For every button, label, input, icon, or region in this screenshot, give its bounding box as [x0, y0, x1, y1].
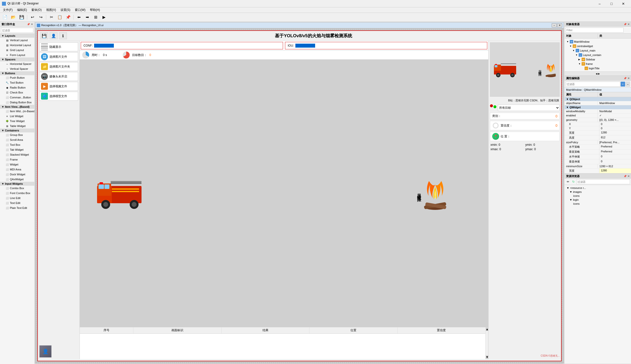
align-right[interactable]: ➡ [83, 14, 91, 21]
res-images-icons[interactable]: icons [571, 194, 630, 198]
table-scrollbar[interactable]: ▲ ▼ [485, 327, 488, 359]
scroll-down-btn[interactable]: ▼ [486, 355, 488, 359]
widget-tool-box[interactable]: ⬜ Tool Box [0, 142, 34, 147]
category-item-views[interactable]: ▼ Item View...(Based) [0, 105, 34, 109]
iou-slider[interactable] [295, 44, 315, 48]
sidebar-btn-image[interactable]: 🖼 选择图片文件 [39, 52, 78, 61]
widget-v-spacer[interactable]: ↕ Vertical Spacer [0, 66, 34, 71]
tree-arrow-layout-contain[interactable]: ▼ [575, 54, 578, 56]
widget-qax-widget[interactable]: ⬜ QAxWidget [0, 177, 34, 182]
widget-tree-widget[interactable]: 🌳 Tree Widget [0, 118, 34, 124]
sidebar-btn-camera[interactable]: 📷 摄像头未开启 [39, 72, 78, 81]
tree-arrow-centralwidget[interactable]: ▼ [569, 45, 572, 47]
widget-form-layout[interactable]: ≡ Form Layout [0, 52, 34, 58]
widget-text-edit[interactable]: ⬜ Text Edit [0, 200, 34, 206]
widget-horizontal-layout[interactable]: ▥ Horizontal Layout [0, 43, 34, 48]
menu-window[interactable]: 窗口(W) [73, 8, 87, 12]
pin-res-icon[interactable]: 📌 [623, 175, 626, 178]
widget-command-button[interactable]: ⬜ Comman...Button [0, 95, 34, 100]
widget-mdi-area[interactable]: ⬜ MDI Area [0, 167, 34, 172]
widget-h-spacer[interactable]: ↔ Horizontal Spacer [0, 62, 34, 66]
tree-layout-contain[interactable]: ▼ L Layout_contain [574, 53, 630, 57]
redo-button[interactable]: ↪ [37, 14, 45, 21]
preview-button[interactable]: ▶ [100, 14, 108, 21]
image-display-area[interactable]: 思绪无限 [80, 60, 488, 327]
pin-icon[interactable]: 📌 [27, 23, 30, 26]
menu-settings[interactable]: 设置(S) [59, 8, 72, 12]
close-res-icon[interactable]: ✕ [627, 175, 629, 178]
widget-check-box[interactable]: ☑ Check Box [0, 90, 34, 95]
remove-property-btn[interactable]: – [625, 82, 630, 86]
widget-grid-layout[interactable]: ⊞ Grid Layout [0, 48, 34, 52]
tree-centralwidget[interactable]: ▼ W centralwidget [568, 44, 630, 48]
res-root[interactable]: ▼ <resource r... [566, 186, 630, 190]
tree-arrow-mainwindow[interactable]: ▼ [566, 40, 569, 43]
app-save-btn[interactable]: 💾 [40, 32, 48, 39]
new-button[interactable]: 📄 [1, 14, 9, 21]
menu-form[interactable]: 窗体(O) [29, 8, 44, 12]
menu-help[interactable]: 帮助(H) [88, 8, 102, 12]
widget-dock-widget[interactable]: ⬜ Dock Widget [0, 172, 34, 177]
design-canvas[interactable]: 💾 👤 ℹ 基于YOLOv8/v5的火焰与烟雾检测系统 隐藏显示 [35, 28, 564, 363]
widget-group-box[interactable]: ⬜ Group Box [0, 132, 34, 137]
widget-scroll-area[interactable]: ⬜ Scroll Area [0, 137, 34, 142]
res-login[interactable]: ▼ login [568, 198, 630, 202]
widget-font-combo-box[interactable]: ⬜ Font Combo Box [0, 191, 34, 196]
widget-combo-box[interactable]: ⬜ Combo Box [0, 186, 34, 191]
design-window-minimize[interactable]: – [552, 24, 557, 27]
maximize-button[interactable]: □ [606, 0, 617, 8]
scroll-up-btn[interactable]: ▲ [486, 328, 488, 331]
tree-frame[interactable]: ▼ F frame [577, 62, 630, 66]
category-buttons[interactable]: ▼ Buttons [0, 71, 34, 75]
widget-widget[interactable]: ⬜ Widget [0, 162, 34, 167]
category-layouts[interactable]: ▼ Layouts [0, 34, 34, 38]
app-user-btn[interactable]: 👤 [50, 32, 58, 39]
panel-expand-btn[interactable]: ◀ ▶ [565, 72, 631, 76]
pin-obj-icon[interactable]: 📌 [623, 23, 626, 26]
widget-filter-input[interactable] [1, 28, 33, 33]
widget-vertical-layout[interactable]: ▤ Vertical Layout [0, 38, 34, 43]
category-input-widgets[interactable]: ▼ Input Widgets [0, 182, 34, 186]
align-left[interactable]: ⬅ [75, 14, 83, 21]
res-filter-input[interactable] [576, 179, 630, 184]
widget-frame[interactable]: ⬜ Frame [0, 157, 34, 162]
res-images[interactable]: ▼ images [568, 190, 630, 194]
res-edit-btn[interactable]: ✏ [566, 179, 570, 184]
widget-stacked-widget[interactable]: ⬜ Stacked Widget [0, 152, 34, 157]
close-prop-icon[interactable]: ✕ [627, 77, 629, 80]
property-filter-input[interactable] [566, 82, 620, 86]
close-button[interactable]: ✕ [618, 0, 629, 8]
object-inspector-filter[interactable] [566, 28, 623, 32]
undo-button[interactable]: ↩ [28, 14, 36, 21]
close-obj-icon[interactable]: ✕ [627, 23, 629, 26]
tree-arrow-frame[interactable]: ▼ [578, 63, 581, 65]
category-spacers[interactable]: ▼ Spacers [0, 58, 34, 62]
design-window-close[interactable]: ✕ [557, 24, 562, 27]
widget-line-edit[interactable]: ⬜ Line Edit [0, 196, 34, 200]
widget-plain-text-edit[interactable]: ⬜ Plain Text Edit [0, 206, 34, 210]
tree-arrow-sidebar[interactable]: ▶ [578, 58, 581, 61]
widget-push-button[interactable]: ⬜ Push Button [0, 75, 34, 80]
save-button[interactable]: 💾 [18, 14, 26, 21]
tree-mainwindow[interactable]: ▼ M MainWindow [566, 40, 630, 44]
copy-button[interactable]: 📋 [56, 14, 64, 21]
widget-table-widget[interactable]: ⊞ Table Widget [0, 124, 34, 128]
widget-tab-widget[interactable]: ⬜ Tab Widget [0, 147, 34, 152]
tree-layout-main[interactable]: ▼ L Layout_main [571, 48, 630, 53]
res-login-icons[interactable]: icons [571, 202, 630, 206]
cut-button[interactable]: ✂ [47, 14, 55, 21]
menu-edit[interactable]: 编辑(E) [15, 8, 29, 12]
pin-prop-icon[interactable]: 📌 [623, 77, 626, 80]
tree-login-title[interactable]: L loginTitle [580, 66, 630, 70]
widget-item-widget[interactable]: ⬜ Item Wid...(m-Based) [0, 109, 34, 114]
target-dropdown[interactable]: 所有目标 [498, 104, 560, 111]
widget-radio-button[interactable]: ◉ Radio Button [0, 85, 34, 90]
res-reload-btn[interactable]: ↻ [571, 179, 576, 184]
widget-list-widget[interactable]: ≡ List Widget [0, 114, 34, 118]
app-info-btn[interactable]: ℹ [59, 32, 67, 39]
sidebar-btn-toggle[interactable]: 隐藏显示 [39, 42, 78, 51]
tree-arrow-layout-main[interactable]: ▼ [572, 49, 575, 52]
close-widget-box-icon[interactable]: ✕ [31, 23, 33, 26]
minimize-button[interactable]: – [594, 0, 605, 8]
grid-button[interactable]: ⊞ [92, 14, 100, 21]
